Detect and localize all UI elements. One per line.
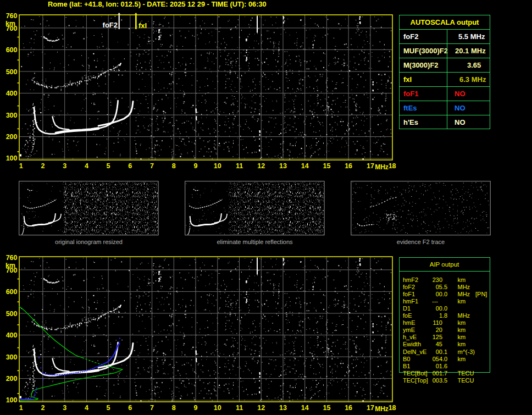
- svg-text:fxI: fxI: [138, 21, 147, 30]
- svg-text:foF2: foF2: [103, 21, 118, 29]
